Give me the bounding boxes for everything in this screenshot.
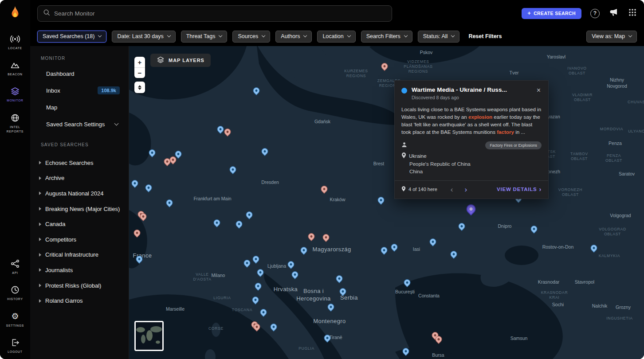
map-pin-blue[interactable] <box>271 324 277 330</box>
rail-item-intel-reports[interactable]: INTEL REPORTS <box>0 108 30 139</box>
saved-search-journalists[interactable]: Journalists <box>30 262 129 278</box>
map-pin-blue[interactable] <box>132 180 138 187</box>
rail-item-logout[interactable]: LOGOUT <box>0 333 30 359</box>
saved-search-competitors[interactable]: Competitors <box>30 232 129 247</box>
map-pin-salmon[interactable] <box>164 158 171 165</box>
sidebar-item-map[interactable]: Map <box>30 99 129 116</box>
map-pin-blue[interactable] <box>214 219 220 226</box>
saved-search-critical-infrastructure[interactable]: Critical Infrastructure <box>30 247 129 263</box>
apps-grid-icon[interactable] <box>628 8 637 19</box>
map-pin-blue[interactable] <box>328 304 334 310</box>
map-pin-blue[interactable] <box>451 251 457 258</box>
view-details-button[interactable]: VIEW DETAILS › <box>497 186 542 193</box>
filter-chip-threat-tags[interactable]: Threat Tags <box>181 31 228 43</box>
rail-item-beacon[interactable]: BEACON <box>0 55 30 82</box>
map-pin-blue[interactable] <box>253 256 259 262</box>
create-search-button[interactable]: + CREATE SEARCH <box>522 8 581 19</box>
sidebar-item-dashboard[interactable]: Dashboard <box>30 65 129 82</box>
rail-item-history[interactable]: HISTORY <box>0 280 30 306</box>
previous-result-chevron-icon[interactable]: ‹ <box>451 186 453 193</box>
filter-chip-location[interactable]: Location <box>317 31 355 43</box>
filter-chip-saved-searches[interactable]: Saved Searches (18) <box>37 31 106 43</box>
map-layers-button[interactable]: MAP LAYERS <box>150 54 211 67</box>
saved-search-echosec-searches[interactable]: Echosec Searches <box>30 155 129 171</box>
map-pin-blue[interactable] <box>403 348 409 355</box>
filter-chip-search-filters[interactable]: Search Filters <box>361 31 412 43</box>
filter-chip-sources[interactable]: Sources <box>232 31 270 43</box>
threat-tag-chip[interactable]: Factory Fires or Explosions <box>485 141 542 149</box>
map-pin-blue[interactable] <box>145 184 152 191</box>
minimap-overview[interactable] <box>134 321 164 351</box>
map-label: Bursa <box>432 352 444 359</box>
map-pin-blue[interactable] <box>246 211 253 218</box>
map-pin-salmon[interactable] <box>436 336 442 343</box>
map-pin-salmon[interactable] <box>308 233 315 240</box>
map-pin-blue[interactable] <box>230 166 236 173</box>
saved-search-archive[interactable]: Archive <box>30 171 129 186</box>
map-pin-blue[interactable] <box>252 297 259 303</box>
megaphone-icon[interactable] <box>609 7 619 20</box>
map-pin-salmon[interactable] <box>224 129 231 135</box>
map-pin-salmon[interactable] <box>323 234 330 241</box>
rail-item-locate[interactable]: LOCATE <box>0 29 30 55</box>
search-box[interactable] <box>37 5 392 22</box>
reset-filters-button[interactable]: Reset Filters <box>468 33 502 39</box>
saved-search-augusta-national[interactable]: Augusta National 2024 <box>30 186 129 201</box>
map-pin-blue[interactable] <box>136 256 143 262</box>
saved-search-breaking-news[interactable]: Breaking News (Major Cities) <box>30 201 129 217</box>
brand-flame-logo[interactable] <box>8 5 22 20</box>
map-pin-blue[interactable] <box>378 197 385 203</box>
map-pin-blue[interactable] <box>166 199 173 206</box>
map-pin-blue[interactable] <box>217 126 224 133</box>
map-pin-blue[interactable] <box>255 283 262 289</box>
map-pin-blue[interactable] <box>459 223 465 230</box>
rail-item-monitor[interactable]: MONITOR <box>0 82 30 108</box>
map-pin-blue[interactable] <box>262 148 268 155</box>
sidebar-item-inbox[interactable]: Inbox 108.9k <box>30 82 129 99</box>
map-pin-blue[interactable] <box>149 149 156 156</box>
map-pin-blue[interactable] <box>531 226 538 232</box>
map-pitch-control[interactable] <box>134 82 145 93</box>
map-pin-blue[interactable] <box>301 247 307 254</box>
map-pin-blue[interactable] <box>404 279 411 286</box>
map-pin-blue[interactable] <box>381 247 388 254</box>
map-pin-blue[interactable] <box>253 87 260 94</box>
filter-chip-status[interactable]: Status: All <box>418 31 460 43</box>
map-pin-blue[interactable] <box>257 269 264 276</box>
next-result-chevron-icon[interactable]: › <box>465 186 467 193</box>
map-pin-salmon[interactable] <box>134 230 141 236</box>
view-as-dropdown[interactable]: View as: Map <box>586 31 637 43</box>
rail-item-settings[interactable]: ⚙ SETTINGS <box>0 307 30 333</box>
map-pin-blue[interactable] <box>236 221 243 227</box>
body-text: in ... <box>514 129 525 135</box>
map-pin-salmon[interactable] <box>140 213 147 220</box>
map-pin-salmon[interactable] <box>381 63 388 70</box>
map-pin-salmon[interactable] <box>321 186 328 192</box>
map-pin-blue[interactable] <box>244 260 251 266</box>
map-pin-blue[interactable] <box>340 288 346 295</box>
zoom-in-button[interactable]: + <box>134 57 145 67</box>
close-icon[interactable]: × <box>536 86 542 94</box>
map-pin-blue[interactable] <box>336 275 343 282</box>
rail-item-api[interactable]: API <box>0 254 30 280</box>
map-pin-blue[interactable] <box>391 244 398 250</box>
map-pin-salmon[interactable] <box>254 324 260 330</box>
saved-search-canada[interactable]: Canada <box>30 216 129 232</box>
map-view[interactable]: PskovKURZEMES REGIONSVIDZEMES PLĀNOŠANAS… <box>129 46 644 359</box>
saved-search-protest-risks[interactable]: Protest Risks (Global) <box>30 278 129 293</box>
sidebar: MONITOR Dashboard Inbox 108.9k Map Saved… <box>30 46 129 359</box>
map-pin-blue[interactable] <box>430 238 436 245</box>
map-pin-selected[interactable] <box>467 204 476 214</box>
filter-chip-authors[interactable]: Authors <box>275 31 312 43</box>
search-input[interactable] <box>54 10 386 17</box>
sidebar-item-saved-search-settings[interactable]: Saved Search Settings <box>30 116 129 133</box>
map-pin-blue[interactable] <box>260 309 267 316</box>
zoom-out-button[interactable]: − <box>134 67 145 78</box>
map-pin-blue[interactable] <box>591 245 597 251</box>
saved-search-roland-garros[interactable]: Roland Garros <box>30 293 129 308</box>
map-pin-blue[interactable] <box>324 335 331 341</box>
filter-chip-date[interactable]: Date: Last 30 days <box>112 31 175 43</box>
map-pin-blue[interactable] <box>292 271 298 278</box>
help-icon[interactable]: ? <box>590 9 600 18</box>
map-pin-blue[interactable] <box>288 261 295 268</box>
